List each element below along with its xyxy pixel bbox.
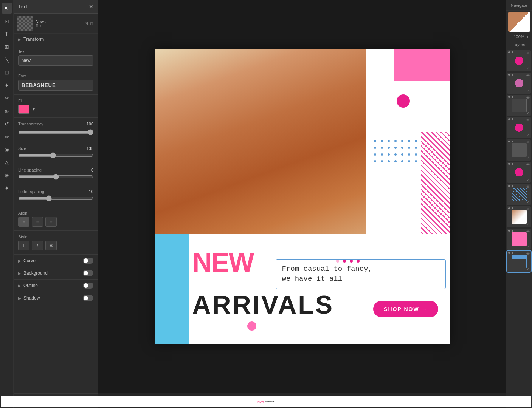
layer-delete[interactable]: 🗑 <box>90 21 94 26</box>
canvas-frame: NEW From casual to fancy, we have it all… <box>155 49 450 344</box>
canvas-text-box[interactable]: From casual to fancy, we have it all <box>276 259 446 289</box>
canvas-shop-btn[interactable]: SHOP NOW → <box>373 301 438 317</box>
size-slider[interactable] <box>18 152 93 158</box>
layer-6[interactable]: 👁 ✓ <box>507 162 531 183</box>
tool-settings[interactable]: ✦ <box>2 183 12 193</box>
tool-crop[interactable]: ⊡ <box>2 16 12 26</box>
background-toggle[interactable] <box>83 270 93 276</box>
canvas-pink-dot-bottom <box>247 321 256 331</box>
tool-effects[interactable]: ✦ <box>2 80 12 91</box>
layer-4[interactable]: 👁 ✓ <box>507 117 531 138</box>
font-label: Font <box>18 74 93 78</box>
layer-5[interactable]: 👁 ✓ <box>507 139 531 161</box>
tool-pen[interactable]: ✏ <box>2 131 12 142</box>
transform-title: Transform <box>23 37 44 42</box>
font-input[interactable] <box>18 80 93 91</box>
layer-7[interactable]: 👁 ✓ <box>507 184 531 205</box>
layer-actions: ⊡ 🗑 <box>84 21 94 26</box>
panel-title: Text <box>18 4 27 9</box>
shadow-chevron: ▶ <box>18 296 21 300</box>
tool-cut[interactable]: ✂ <box>2 93 12 104</box>
layer-9[interactable]: 👁 ✓ <box>507 229 531 250</box>
letter-spacing-slider[interactable] <box>18 195 93 201</box>
canvas-new-text: NEW <box>192 247 254 278</box>
zoom-controls: − 100% + <box>506 33 532 40</box>
layer-duplicate[interactable]: ⊡ <box>84 21 88 26</box>
canvas-dot-grid <box>374 140 419 165</box>
tool-shapes[interactable]: ⊞ <box>2 42 12 52</box>
tool-globe[interactable]: ⊕ <box>2 170 12 181</box>
canvas-casual-line2: we have it all <box>282 274 439 284</box>
tool-brush[interactable]: ╲ <box>2 54 12 65</box>
outline-toggle-row[interactable]: ▶ Outline <box>14 280 98 292</box>
align-label: Align <box>18 211 93 215</box>
align-right[interactable]: ≡ <box>45 217 57 227</box>
dot-4 <box>357 260 360 263</box>
size-row: Size 138 <box>18 146 93 151</box>
canvas-dots-row <box>336 260 360 263</box>
layer-8[interactable]: 👁 ✓ <box>507 206 531 227</box>
zoom-level: 100% <box>513 34 524 39</box>
curve-toggle[interactable] <box>83 258 93 264</box>
background-toggle-row[interactable]: ▶ Background <box>14 267 98 280</box>
shadow-toggle[interactable] <box>83 295 93 301</box>
tool-color[interactable]: ◉ <box>2 144 12 155</box>
layer-2[interactable]: 👁 ✓ <box>507 73 531 94</box>
outline-toggle[interactable] <box>83 283 93 289</box>
curve-toggle-row[interactable]: ▶ Curve <box>14 255 98 267</box>
style-normal[interactable]: T <box>18 241 29 250</box>
zoom-minus[interactable]: − <box>508 34 512 39</box>
layer-thumbnail <box>17 16 33 31</box>
layer-type: Text <box>36 24 81 28</box>
letter-spacing-row: Letter spacing 10 <box>18 189 93 194</box>
outline-label: ▶ Outline <box>18 283 38 288</box>
transparency-slider[interactable] <box>18 129 93 135</box>
shadow-knob <box>84 296 88 300</box>
dot-2 <box>343 260 346 263</box>
fill-section: Fill ▾ <box>14 95 98 118</box>
line-spacing-slider[interactable] <box>18 174 93 180</box>
align-section: Align ≡ ≡ ≡ <box>14 207 98 231</box>
left-panel: Text ✕ New ... Text ⊡ 🗑 ▶ Transform <box>14 0 98 408</box>
panel-close-icon[interactable]: ✕ <box>88 3 93 10</box>
text-section: Text <box>14 45 98 70</box>
letter-spacing-value: 10 <box>89 189 93 194</box>
background-label: ▶ Background <box>18 270 48 276</box>
style-italic[interactable]: I <box>32 241 43 250</box>
size-section: Size 138 <box>14 142 98 164</box>
canvas-casual-line1: From casual to fancy, <box>282 264 439 274</box>
align-left[interactable]: ≡ <box>18 217 29 227</box>
outline-chevron: ▶ <box>18 284 21 288</box>
transparency-value: 100 <box>87 122 93 126</box>
canvas-shop-text: SHOP NOW → <box>384 306 427 312</box>
layer-1[interactable]: 👁 ✓ <box>507 50 531 71</box>
curve-title: Curve <box>23 258 36 263</box>
tool-triangle[interactable]: △ <box>2 157 12 168</box>
navigate-header: Navigate <box>506 0 532 11</box>
style-buttons: T I B <box>18 241 93 250</box>
fill-dropdown[interactable]: ▾ <box>33 107 35 112</box>
style-bold[interactable]: B <box>45 241 57 250</box>
shadow-toggle-row[interactable]: ▶ Shadow <box>14 292 98 304</box>
tool-image[interactable]: ⊟ <box>2 67 12 78</box>
fill-swatch[interactable] <box>18 105 29 114</box>
text-input[interactable] <box>18 55 93 66</box>
size-label: Size <box>18 146 26 151</box>
layer-selected[interactable]: 👁 ✓ <box>507 251 531 272</box>
canvas-container[interactable]: NEW From casual to fancy, we have it all… <box>98 0 506 393</box>
align-center[interactable]: ≡ <box>32 217 43 227</box>
layer-item[interactable]: New ... Text ⊡ 🗑 <box>14 14 98 34</box>
curve-knob <box>84 258 88 263</box>
tool-text[interactable]: T <box>2 29 12 39</box>
layer-3[interactable]: 👁 ✓ <box>507 95 531 116</box>
canvas-pink-circle-1 <box>397 94 410 108</box>
panel-scroll: ▶ Transform Text Font Fill ▾ <box>14 34 98 393</box>
transform-section[interactable]: ▶ Transform <box>14 34 98 45</box>
tool-align[interactable]: ⊕ <box>2 106 12 116</box>
size-value: 138 <box>87 146 93 151</box>
transparency-label: Transparency <box>18 122 43 126</box>
tool-cursor[interactable]: ↖ <box>2 3 12 14</box>
zoom-plus[interactable]: + <box>526 34 530 39</box>
background-title: Background <box>23 270 48 276</box>
tool-rotate[interactable]: ↺ <box>2 119 12 129</box>
